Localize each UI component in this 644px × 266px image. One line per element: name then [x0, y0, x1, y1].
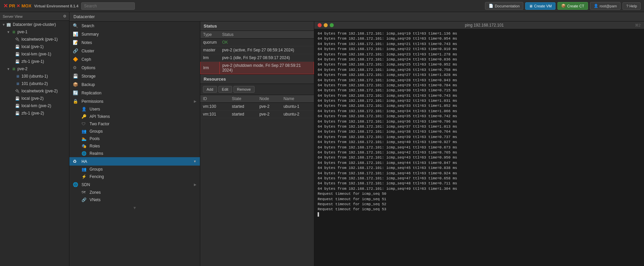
datacenter-icon: 🏢 — [6, 22, 11, 27]
nav-storage[interactable]: 💾 Storage — [69, 72, 200, 80]
realms-nav-icon: 🌐 — [82, 151, 88, 156]
edit-resource-button[interactable]: Edit — [218, 86, 232, 93]
nav-ha-groups[interactable]: 👥 Groups — [69, 166, 200, 173]
terminal-line: 64 bytes from 192.168.172.101: icmp_seq=… — [318, 83, 641, 88]
nav-ha[interactable]: ♻ HA ▼ — [69, 157, 200, 166]
nav-sdn[interactable]: 🌐 SDN ▶ — [69, 180, 200, 189]
terminal-line: 64 bytes from 192.168.172.101: icmp_seq=… — [318, 150, 641, 155]
nav-api-tokens[interactable]: 🔑 API Tokens — [69, 113, 200, 120]
resource-name-cell: ubuntu-2 — [281, 110, 314, 118]
terminal-maximize-btn[interactable] — [330, 23, 334, 27]
create-vm-button[interactable]: 🖥 Create VM — [525, 2, 555, 10]
terminal-line: 64 bytes from 192.168.172.101: icmp_seq=… — [318, 155, 641, 160]
terminal-body[interactable]: 64 bytes from 192.168.172.101: icmp_seq=… — [314, 29, 644, 266]
remove-resource-button[interactable]: Remove — [233, 86, 255, 93]
sdn-expand-arrow: ▶ — [194, 183, 197, 186]
tree-item-local-lvm-pve1[interactable]: 💾 local-lvm (pve-1) — [0, 50, 69, 58]
nav-replication[interactable]: 🔄 Replication — [69, 89, 200, 97]
terminal-minimize-btn[interactable] — [324, 23, 328, 27]
tree-item-zfs1-pve1[interactable]: 💾 zfs-1 (pve-1) — [0, 58, 69, 65]
nav-options[interactable]: ⚙ Options — [69, 63, 200, 72]
topbar-right: 📄 Documentation 🖥 Create VM 📦 Create CT … — [485, 2, 641, 10]
topbar-search-input[interactable] — [81, 2, 135, 10]
terminal-close-btn[interactable] — [318, 23, 322, 27]
local-pve2-icon: 💾 — [15, 96, 20, 101]
nav-users[interactable]: 👤 Users — [69, 105, 200, 113]
terminal-line: 64 bytes from 192.168.172.101: icmp_seq=… — [318, 124, 641, 129]
terminal-line: Request timeout for icmp_seq 52 — [318, 202, 641, 207]
res-col-name: Name — [281, 95, 314, 103]
nav-permissions[interactable]: 🔒 Permissions ▶ — [69, 97, 200, 105]
ct-icon: 📦 — [561, 4, 566, 8]
local-pve2-label: local (pve-2) — [21, 96, 44, 101]
tree-item-vm100[interactable]: 🖥 100 (ubuntu-1) — [0, 73, 69, 80]
nav-sdn-vnets[interactable]: 🔗 VNets — [69, 196, 200, 204]
nav-ceph[interactable]: 🔶 Ceph — [69, 55, 200, 63]
ha-fencing-nav-icon: ⚡ — [82, 174, 88, 179]
terminal-close-label[interactable]: ⌘2 — [635, 23, 641, 28]
resource-state-cell: started — [229, 110, 257, 118]
nav-realms[interactable]: 🌐 Realms — [69, 150, 200, 157]
localnetwork-pve1-label: localnetwork (pve-1) — [21, 37, 58, 42]
scroll-down-indicator: ▼ — [69, 204, 200, 212]
terminal-line: 64 bytes from 192.168.172.101: icmp_seq=… — [318, 52, 641, 57]
zfs1-pve2-icon: 💾 — [15, 110, 20, 116]
sdn-nav-icon: 🌐 — [73, 182, 79, 187]
api-tokens-nav-icon: 🔑 — [82, 114, 88, 119]
status-value-cell: pve-2 (active, Fri Sep 27 08:59:14 2024) — [219, 46, 314, 54]
permissions-nav-icon: 🔒 — [73, 99, 79, 104]
vm101-icon: 🖥 — [15, 81, 20, 86]
datacenter-breadcrumb: Datacenter — [69, 12, 644, 21]
terminal-line: 64 bytes from 192.168.172.101: icmp_seq=… — [318, 135, 641, 140]
gear-icon[interactable]: ⚙ — [63, 14, 66, 18]
nav-groups[interactable]: 👥 Groups — [69, 128, 200, 135]
terminal-line: 64 bytes from 192.168.172.101: icmp_seq=… — [318, 186, 641, 191]
tree-item-localnetwork-pve2[interactable]: 🔌 localnetwork (pve-2) — [0, 87, 69, 95]
pve2-label: pve-2 — [17, 66, 28, 71]
nav-notes[interactable]: 📝 Notes — [69, 38, 200, 47]
zfs1-pve1-label: zfs-1 (pve-1) — [21, 59, 44, 64]
nav-sdn-zones[interactable]: 🗺 Zones — [69, 189, 200, 196]
search-nav-icon: 🔍 — [73, 23, 79, 28]
resources-panel-title: Resources — [200, 74, 314, 84]
tree-item-pve2[interactable]: ▼ 🖥 pve-2 — [0, 65, 69, 73]
options-nav-icon: ⚙ — [73, 65, 79, 70]
nav-search[interactable]: 🔍 Search — [69, 21, 200, 30]
add-resource-button[interactable]: Add — [203, 86, 217, 93]
status-type-cell: lrm — [201, 62, 220, 74]
tree-item-local-pve2[interactable]: 💾 local (pve-2) — [0, 95, 69, 102]
terminal-line: 64 bytes from 192.168.172.101: icmp_seq=… — [318, 78, 641, 83]
tree-item-pve1[interactable]: ▼ 🖥 pve-1 — [0, 28, 69, 36]
tree-item-local-lvm-pve2[interactable]: 💾 local-lvm (pve-2) — [0, 102, 69, 109]
terminal-line: 64 bytes from 192.168.172.101: icmp_seq=… — [318, 68, 641, 73]
nav-backup[interactable]: 📦 Backup — [69, 80, 200, 89]
documentation-button[interactable]: 📄 Documentation — [485, 2, 523, 10]
tree-item-zfs1-pve2[interactable]: 💾 zfs-1 (pve-2) — [0, 109, 69, 117]
nav-two-factor[interactable]: 🛡 Two Factor — [69, 120, 200, 128]
pve1-label: pve-1 — [17, 30, 28, 34]
terminal-line: 64 bytes from 192.168.172.101: icmp_seq=… — [318, 93, 641, 98]
logo-proxmox-text: PR — [9, 3, 15, 8]
res-col-node: Node — [257, 95, 281, 103]
summary-nav-icon: 📊 — [73, 32, 79, 37]
terminal-cursor-line — [318, 212, 641, 217]
resources-toolbar: Add Edit Remove — [200, 84, 314, 95]
nav-ha-fencing[interactable]: ⚡ Fencing — [69, 173, 200, 180]
status-value-cell: pve-2 (shutdown mode, Fri Sep 27 08:59:2… — [219, 62, 314, 74]
datacenter-nav-pane: 🔍 Search 📊 Summary 📝 Notes 🔗 Cluster 🔶 — [69, 21, 200, 266]
tree-item-vm101[interactable]: 🖥 101 (ubuntu-2) — [0, 80, 69, 87]
datacenter-label: Datacenter (pve-cluster) — [13, 22, 56, 27]
res-col-state: State — [229, 95, 257, 103]
expand-arrow-datacenter: ▼ — [2, 23, 6, 27]
tree-item-local-pve1[interactable]: 💾 local (pve-1) — [0, 43, 69, 50]
user-button[interactable]: 👤 root@pam — [590, 2, 621, 10]
tree-item-localnetwork-pve1[interactable]: 🔌 localnetwork (pve-1) — [0, 36, 69, 43]
tree-item-datacenter[interactable]: ▼ 🏢 Datacenter (pve-cluster) — [0, 21, 69, 28]
help-button[interactable]: ? Help — [623, 2, 641, 10]
nav-summary[interactable]: 📊 Summary — [69, 30, 200, 38]
create-ct-button[interactable]: 📦 Create CT — [557, 2, 588, 10]
nav-roles[interactable]: 🎭 Roles — [69, 142, 200, 150]
nav-cluster[interactable]: 🔗 Cluster — [69, 47, 200, 55]
nav-pools[interactable]: 🏊 Pools — [69, 135, 200, 142]
server-view-label: Server View — [3, 14, 22, 18]
